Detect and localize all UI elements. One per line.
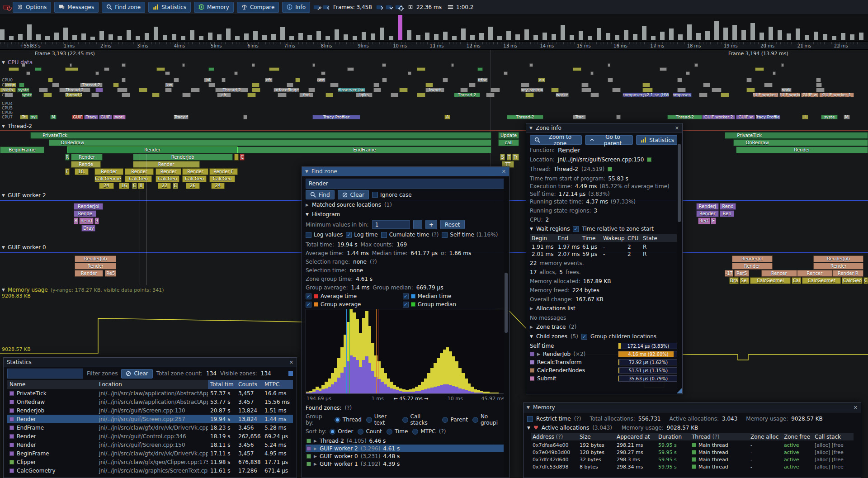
timeline-zone-render[interactable]: Render	[133, 161, 200, 168]
checkbox-icon[interactable]	[442, 232, 448, 238]
option-cumulate-time[interactable]: Cumulate time(?)	[381, 232, 439, 238]
timeline-zone-beginframe[interactable]: BeginFrame	[0, 147, 44, 153]
timeline-zone[interactable]	[382, 78, 387, 82]
timeline-zone-au[interactable]: au	[538, 78, 545, 82]
timeline-zone[interactable]	[755, 67, 764, 71]
group-by-parent[interactable]: Parent	[442, 416, 467, 423]
mem-column-appeared-at[interactable]: Appeared at	[615, 433, 656, 440]
timeline-zone-trl[interactable]: Trl	[20, 115, 28, 119]
section-header-thread2[interactable]: ▼Thread-2	[2, 123, 32, 129]
options-button[interactable]: Options	[13, 2, 51, 13]
timeline-zone[interactable]	[165, 88, 172, 92]
timeline-zone[interactable]	[182, 63, 185, 67]
stats-row[interactable]: Renderjni/../jni/src/guif/Screen.cpp:257…	[7, 415, 293, 423]
timeline-zone[interactable]	[113, 83, 119, 87]
timeline-zone[interactable]	[95, 71, 99, 75]
statistics-button[interactable]: Statistics	[636, 135, 679, 145]
histogram-bar[interactable]	[424, 379, 427, 393]
timeline-zone-8[interactable]: 8	[138, 183, 144, 189]
histogram-bar[interactable]	[331, 373, 334, 393]
compare-button[interactable]: Compare	[237, 2, 279, 13]
legend-average-time[interactable]: ✓Average time	[306, 293, 400, 299]
timeline-zone[interactable]	[391, 93, 398, 97]
histogram-bar[interactable]	[334, 368, 337, 393]
timeline-zone[interactable]	[816, 83, 822, 87]
timeline-zone[interactable]	[48, 78, 53, 82]
timeline-zone-c[interactable]: C	[240, 154, 245, 161]
clear-button[interactable]: Clear	[338, 190, 369, 199]
histogram-bar[interactable]	[402, 389, 406, 393]
timeline-zone-thread-2[interactable]: Thread-2	[65, 93, 82, 97]
timeline-zone-render[interactable]: Render	[71, 154, 102, 161]
timeline-zone-tracy-profiler[interactable]: Tracy Profiler	[312, 115, 360, 119]
timeline-zone-worl[interactable]: worl	[113, 115, 126, 119]
histogram-bar[interactable]	[443, 350, 446, 393]
timeline-zone-fnd[interactable]: fnd	[299, 93, 313, 97]
group-by-thread[interactable]: Thread	[335, 416, 362, 423]
timeline-zone-composer-[interactable]: composer@	[673, 93, 692, 97]
stats-column-counts[interactable]: Counts	[236, 380, 262, 389]
timeline-zone-ren[interactable]: Ren	[720, 210, 735, 217]
mem-column-duration[interactable]: Duration	[656, 433, 690, 440]
timeline-zone-calcgeomet[interactable]: CalcGeomet	[802, 277, 841, 284]
timeline-zone[interactable]	[699, 93, 708, 97]
timeline-zone[interactable]	[460, 88, 468, 92]
histogram-bar[interactable]	[446, 347, 449, 393]
histogram-bar[interactable]	[381, 368, 384, 393]
timeline-zone-guif-worker-1[interactable]: GUIF worker 1	[819, 93, 854, 97]
timeline-zone-guif-w[interactable]: GUIF w	[801, 93, 818, 97]
timeline-zone[interactable]	[165, 71, 170, 75]
legend-group-average[interactable]: ✓Group average	[306, 301, 400, 308]
timeline-zone-kwor[interactable]: kwor	[317, 78, 326, 82]
timeline-zone[interactable]	[590, 71, 594, 75]
stats-row[interactable]: EndFramejni/../jni/src/claw/gfx/drv/vk/D…	[7, 423, 293, 432]
histogram-toggle[interactable]: ▼Histogram	[306, 210, 505, 218]
timeline-zone-rende[interactable]: Rende	[74, 210, 96, 217]
timeline-zone-worke[interactable]: worke	[556, 93, 569, 97]
stats-row[interactable]: RenderJobjni/../jni/src/guif/Screen.cpp:…	[7, 406, 293, 415]
timeline-zone-sel[interactable]: Sel	[740, 277, 749, 284]
child-zone-row[interactable]: RecalcTransform72.92 µs (1.62%)	[530, 358, 679, 366]
checkbox-icon[interactable]: ✓	[581, 334, 587, 340]
zone-info-titlebar[interactable]: ▼ Zone info ✕	[526, 123, 682, 133]
option-log-values[interactable]: Log values	[306, 232, 343, 238]
wait-regions-toggle[interactable]: ▼Wait regions✓Time relative to zone star…	[530, 225, 679, 233]
timeline-zone[interactable]	[308, 88, 315, 92]
histogram-bar[interactable]	[458, 368, 462, 393]
timeline-zone-16[interactable]: 16	[119, 183, 129, 189]
timeline-zone-s[interactable]: S	[500, 154, 505, 161]
section-header-cpu[interactable]: ▼CPU data	[2, 59, 33, 66]
timeline-zone[interactable]	[174, 78, 179, 82]
timeline-zone[interactable]	[816, 88, 825, 92]
timeline-zone[interactable]	[70, 63, 72, 67]
histogram-bar[interactable]	[415, 387, 418, 393]
timeline-zone[interactable]	[373, 88, 381, 92]
timeline-zone-render[interactable]: Render	[813, 263, 863, 270]
histogram-bar[interactable]	[387, 379, 390, 393]
timeline-zone[interactable]	[425, 83, 433, 87]
legend-median-time[interactable]: ✓Median time	[403, 293, 497, 299]
histogram-bar[interactable]	[325, 382, 328, 393]
timeline-zone[interactable]	[312, 63, 315, 67]
checkbox-icon[interactable]: ✓	[573, 226, 579, 232]
wait-column-state[interactable]: State	[641, 234, 679, 242]
timeline-zone[interactable]	[612, 88, 621, 92]
timeline-zone[interactable]	[408, 71, 411, 75]
timeline-zone-26[interactable]: 26	[186, 183, 200, 189]
histogram-bar[interactable]	[468, 383, 471, 393]
allocation-row[interactable]: 0x7dfc42d64032 bytes298.3 ms59.95 sMain …	[531, 456, 854, 463]
timeline-zone[interactable]	[660, 67, 666, 71]
close-icon[interactable]: ✕	[502, 169, 506, 175]
timeline-zone[interactable]	[721, 93, 729, 97]
find-zone-histogram[interactable]	[306, 309, 505, 394]
histogram-bar[interactable]	[337, 358, 340, 393]
histogram-bar[interactable]	[406, 390, 409, 393]
histogram-bar[interactable]	[477, 390, 480, 393]
timeline-zone-guif-w[interactable]: GUIF w	[736, 115, 755, 119]
timeline-zone-endframe[interactable]: EndFrame	[238, 147, 491, 153]
timeline-zone-syste[interactable]: syste	[17, 88, 29, 92]
timeline-zone-rers[interactable]: RerS	[734, 270, 749, 277]
caret-icon[interactable]: ▼	[2, 288, 5, 292]
timeline-zone[interactable]	[234, 154, 239, 161]
caret-icon[interactable]: ▼	[2, 60, 5, 65]
